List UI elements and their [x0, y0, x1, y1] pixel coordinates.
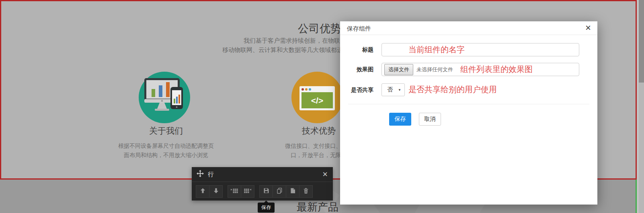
choose-file-button[interactable]: 选择文件 [384, 64, 413, 75]
move-down-button[interactable] [209, 185, 223, 198]
share-select[interactable]: 否 ▼ [381, 83, 405, 96]
insert-row-after-button[interactable] [241, 185, 254, 198]
cancel-button[interactable]: 取消 [419, 113, 441, 126]
dialog-divider [348, 104, 589, 104]
save-row-button[interactable] [259, 185, 273, 198]
move-up-button[interactable] [196, 185, 209, 198]
chevron-down-icon: ▼ [398, 88, 401, 92]
title-input[interactable]: 当前组件的名字 [381, 43, 579, 56]
preview-annotation: 组件列表里的效果图 [460, 64, 533, 75]
save-component-dialog: 保存组件 × 标题 当前组件的名字 效果图 选择文件 未选择任何文件 组件列表里… [340, 21, 597, 205]
save-tooltip: 保存 [258, 203, 275, 213]
paste-icon [289, 187, 296, 196]
delete-row-button[interactable] [299, 185, 313, 198]
next-section-border [636, 180, 637, 213]
preview-field-label: 效果图 [346, 66, 373, 73]
dialog-title: 保存组件 [347, 25, 371, 33]
row-toolbar-header: 行 × [192, 167, 333, 182]
title-field-label: 标题 [346, 46, 373, 54]
section-intro-line2: 移动物联网、云计算和大数据等几大领域都进 [222, 46, 343, 54]
feature1-block: 关于我们 根据不同设备屏幕尺寸自动适配调整页 面布局和结构，不用放大缩小浏览 [98, 125, 234, 160]
feature2-circle: </> [291, 72, 343, 123]
preview-file-input[interactable]: 选择文件 未选择任何文件 组件列表里的效果图 [381, 63, 579, 76]
delete-icon [303, 188, 309, 196]
paste-row-button[interactable] [286, 185, 299, 198]
row-toolbar: 行 × [192, 167, 333, 201]
share-field-label: 是否共享 [346, 87, 373, 94]
move-icon[interactable] [197, 170, 204, 179]
svg-text:</>: </> [311, 96, 323, 105]
file-status-text: 未选择任何文件 [416, 66, 453, 73]
save-button[interactable]: 保存 [389, 113, 411, 126]
save-icon [263, 187, 270, 196]
close-icon[interactable]: × [322, 169, 328, 180]
insert-row-before-icon [231, 188, 238, 196]
row-toolbar-title: 行 [208, 171, 214, 178]
arrow-down-icon [213, 187, 219, 196]
close-icon[interactable]: × [585, 22, 591, 33]
title-annotation: 当前组件的名字 [408, 45, 465, 54]
feature1-desc-line1: 根据不同设备屏幕尺寸自动适配调整页 [98, 141, 234, 151]
insert-row-before-button[interactable] [228, 185, 241, 198]
dialog-header: 保存组件 × [340, 21, 597, 35]
feature1-circle [139, 72, 190, 123]
feature1-desc-line2: 面布局和结构，不用放大缩小浏览 [98, 151, 234, 160]
scrollbar-thumb[interactable] [639, 0, 644, 83]
copy-row-button[interactable] [273, 185, 286, 198]
share-selected-value: 否 [387, 86, 398, 93]
share-annotation: 是否共享给别的用户使用 [408, 84, 497, 95]
monitor-chart-icon [139, 118, 190, 124]
insert-row-after-icon [244, 188, 251, 196]
feature1-title: 关于我们 [98, 125, 234, 136]
code-window-icon: </> [291, 118, 343, 124]
section-intro-line1: 我们基于客户需求持续创新，在物联 [244, 37, 340, 45]
scrollbar-track[interactable] [639, 0, 644, 213]
copy-icon [276, 187, 283, 196]
arrow-up-icon [199, 187, 206, 196]
